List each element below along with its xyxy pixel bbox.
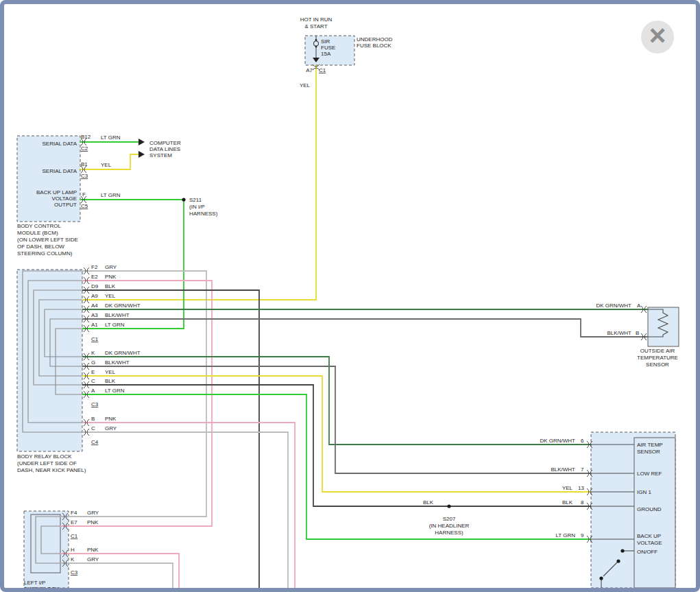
label: GROUND	[637, 506, 662, 512]
splice-dot	[182, 198, 185, 201]
label: G	[91, 359, 95, 366]
wire-gry-c-down	[82, 432, 288, 592]
label: PNK	[105, 416, 117, 422]
label: YEL	[300, 82, 311, 88]
label: YEL	[105, 293, 116, 299]
label: BACK UP LAMP	[36, 189, 77, 196]
label: FUSE BLOCK	[357, 43, 391, 49]
label: OF DASH, BELOW	[17, 244, 64, 250]
label: 9	[581, 532, 584, 538]
label: OUTSIDE AIR	[640, 348, 675, 354]
splice-dot	[620, 549, 624, 552]
label: YEL	[101, 162, 112, 168]
label: DK GRN/WHT	[596, 303, 631, 309]
label: 15A	[321, 51, 331, 57]
label: DATA LINES	[149, 146, 180, 152]
label: (UNDER LEFT SIDE OF	[17, 460, 77, 466]
label: (ON LOWER LEFT SIDE	[17, 237, 78, 243]
body-control-module-box	[17, 136, 80, 222]
label: SENSOR	[646, 362, 669, 368]
label: VOLTAGE	[637, 540, 662, 546]
label: B1	[81, 161, 88, 167]
label: (IN I/P	[189, 204, 205, 210]
wire-pnk-e7-e2	[60, 281, 212, 526]
close-button[interactable]: ×	[641, 21, 674, 54]
label: A7	[306, 67, 313, 73]
wire-pnk-b-down	[82, 423, 295, 592]
label: BLK/WHT	[607, 330, 631, 336]
label: GRY	[105, 425, 117, 431]
label: LT GRN	[105, 322, 125, 328]
label: A9	[91, 293, 98, 299]
label: LT GRN	[101, 192, 121, 198]
splice-dot	[599, 576, 603, 580]
label: C	[91, 425, 95, 431]
label: DK GRN/WHT	[105, 350, 141, 356]
label: A3	[91, 312, 98, 318]
splice-dot	[447, 504, 450, 508]
wire-blk-d9-down	[82, 290, 259, 592]
label: ON/OFF	[637, 549, 657, 555]
label: YEL	[105, 369, 116, 375]
wire-dkgrnwht-k-pin6	[82, 357, 591, 445]
label: GRY	[105, 264, 117, 270]
label: C3	[71, 569, 78, 576]
label: PNK	[105, 274, 117, 280]
label: SIR	[321, 38, 330, 45]
wire-gry-k-down	[60, 563, 173, 592]
label: & START	[304, 23, 327, 29]
label: BLK/WHT	[105, 359, 130, 366]
label: AIR TEMP	[637, 442, 663, 448]
label: F2	[91, 264, 98, 270]
label: BLK	[105, 283, 116, 289]
label: K	[91, 350, 95, 356]
label: BLK	[562, 499, 573, 506]
label: F4	[71, 510, 77, 516]
label: B	[91, 416, 95, 422]
label: HOT IN RUN	[300, 16, 333, 23]
label: A	[637, 303, 641, 309]
label: HARNESS)	[435, 530, 463, 536]
label: LT GRN	[101, 134, 121, 141]
label: S211	[189, 197, 202, 203]
arrow-icon	[138, 151, 145, 158]
label: BLK	[105, 378, 116, 384]
label: TEMPERATURE	[637, 355, 678, 361]
label: FUSE	[321, 45, 335, 51]
label: 13	[578, 485, 584, 491]
label: BLK/WHT	[551, 466, 575, 473]
label: 8	[581, 499, 584, 506]
label: SENSOR	[637, 449, 660, 455]
wire-yel-e-pin13	[82, 376, 591, 492]
arrow-icon	[138, 139, 145, 145]
label: SERIAL DATA	[42, 141, 77, 147]
label: H	[71, 547, 75, 553]
label: A4	[91, 303, 98, 309]
label: IGN 1	[637, 489, 651, 495]
label: 6	[581, 438, 584, 444]
wiring-diagram: HOT IN RUN& STARTSIRFUSE15AUNDERHOODFUSE…	[0, 0, 700, 592]
label: C4	[91, 439, 99, 445]
label: (IN HEADLINER	[429, 523, 470, 529]
label: SERIAL DATA	[42, 168, 77, 174]
label: HARNESS)	[189, 211, 218, 217]
label: K	[71, 556, 75, 563]
label: C3	[91, 401, 99, 407]
label: PNK	[87, 547, 99, 553]
label: C	[91, 378, 95, 384]
label: E	[91, 369, 95, 375]
label: E2	[91, 274, 98, 280]
label: LT GRN	[555, 532, 575, 538]
label: LT GRN	[105, 388, 125, 394]
label: S207	[443, 516, 456, 522]
wire-blkwht-g-pin7	[82, 366, 591, 473]
label: B	[636, 330, 639, 336]
label: FUSE BLOCK	[24, 586, 59, 592]
label: B12	[81, 134, 91, 140]
wire-ign-feed-yel	[82, 65, 316, 300]
label: DK GRN/WHT	[105, 303, 141, 309]
wire-pnk-h-down	[60, 554, 179, 592]
wire-ltgrn-a-pin9	[82, 394, 591, 539]
wire-blkwht-a3-oat	[82, 319, 648, 337]
label: GRY	[87, 556, 99, 563]
